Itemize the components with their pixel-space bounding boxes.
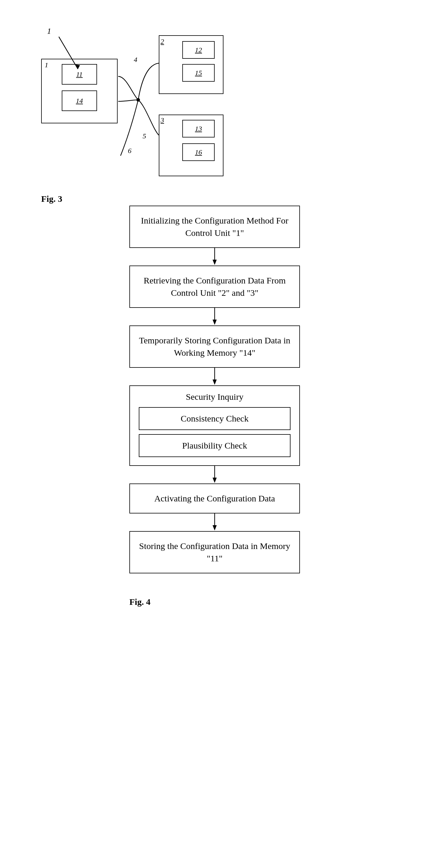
box-15-label: 15 xyxy=(195,69,202,77)
svg-point-2 xyxy=(137,98,140,102)
box-3-label: 3 xyxy=(161,116,164,124)
page-container: 1 1 11 14 xyxy=(0,0,429,868)
box-13-label: 13 xyxy=(195,125,202,133)
svg-marker-6 xyxy=(212,319,217,325)
label-4: 4 xyxy=(134,56,137,64)
arrow-1 xyxy=(59,248,371,266)
step6-box: Storing the Configuration Data in Memory… xyxy=(130,531,300,574)
box-13: 13 xyxy=(182,120,214,137)
arrow-4 xyxy=(59,466,371,484)
box-12: 12 xyxy=(182,41,214,59)
box-16: 16 xyxy=(182,143,214,161)
label-5: 5 xyxy=(143,132,146,140)
label-6: 6 xyxy=(128,147,132,155)
fig3-caption: Fig. 3 xyxy=(41,194,62,204)
svg-marker-8 xyxy=(212,379,217,385)
step2-text: Retrieving the Configuration Data From C… xyxy=(143,276,286,298)
consistency-check-box: Consistency Check xyxy=(139,407,290,430)
fig4-flowchart: Initializing the Configuration Method Fo… xyxy=(59,206,371,607)
box-11: 11 xyxy=(62,64,97,85)
step2-box: Retrieving the Configuration Data From C… xyxy=(130,266,300,308)
step3-text: Temporarily Storing Configuration Data i… xyxy=(139,336,290,358)
plausibility-check-box: Plausibility Check xyxy=(139,434,290,457)
box-14: 14 xyxy=(62,90,97,111)
step1-box: Initializing the Configuration Method Fo… xyxy=(130,206,300,248)
svg-marker-12 xyxy=(212,525,217,530)
box-1-label: 1 xyxy=(45,61,48,69)
arrow-2 xyxy=(59,308,371,326)
svg-marker-4 xyxy=(212,260,217,265)
security-inquiry-box: Security Inquiry Consistency Check Plaus… xyxy=(130,385,300,466)
box-12-label: 12 xyxy=(195,46,202,54)
step5-text: Activating the Configuration Data xyxy=(154,494,275,503)
fig3-diagram: 1 1 11 14 xyxy=(24,18,224,188)
arrow-5 xyxy=(59,514,371,531)
step1-text: Initializing the Configuration Method Fo… xyxy=(141,216,288,238)
svg-marker-10 xyxy=(212,477,217,483)
box-15: 15 xyxy=(182,64,214,82)
step3-box: Temporarily Storing Configuration Data i… xyxy=(130,326,300,368)
fig4-caption: Fig. 4 xyxy=(130,597,300,607)
step6-text: Storing the Configuration Data in Memory… xyxy=(139,541,290,563)
plausibility-check-text: Plausibility Check xyxy=(182,441,247,450)
box-2-label: 2 xyxy=(161,38,164,45)
box-14-label: 14 xyxy=(76,97,83,105)
box-11-label: 11 xyxy=(76,70,83,79)
security-title: Security Inquiry xyxy=(139,392,290,402)
consistency-check-text: Consistency Check xyxy=(181,413,249,423)
step5-box: Activating the Configuration Data xyxy=(130,484,300,514)
box-16-label: 16 xyxy=(195,148,202,156)
arrow-3 xyxy=(59,368,371,385)
